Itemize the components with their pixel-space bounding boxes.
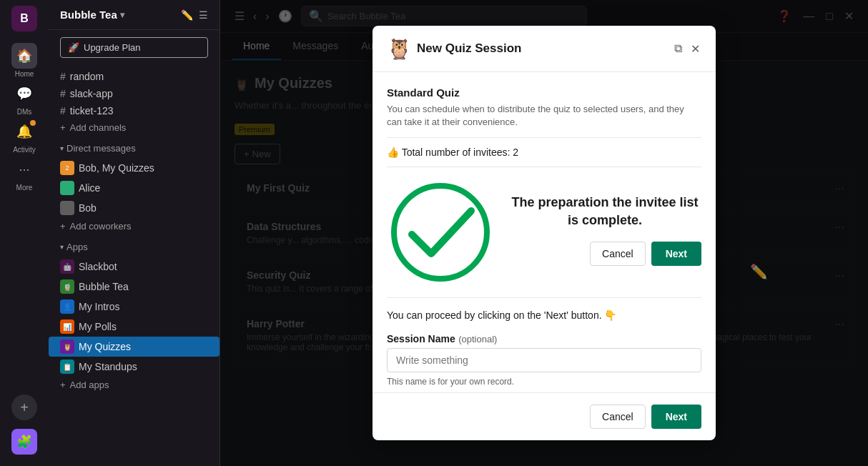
my-polls-icon: 📊 xyxy=(60,319,74,334)
modal-section-desc: You can schedule when to distribute the … xyxy=(387,103,701,129)
completion-next-button[interactable]: Next xyxy=(651,242,701,266)
apps-section-header[interactable]: ▾ Apps xyxy=(49,237,220,254)
plus-icon: + xyxy=(60,380,66,390)
completion-cancel-button[interactable]: Cancel xyxy=(590,242,646,266)
dms-label: DMs xyxy=(17,108,32,116)
bubble-tea-app-icon: 🧋 xyxy=(60,279,74,294)
more-icon-button[interactable]: ··· xyxy=(11,157,37,182)
sidebar-item-my-polls[interactable]: 📊 My Polls xyxy=(49,317,220,337)
workspace-icon-button[interactable]: B xyxy=(11,6,37,31)
sidebar-compose-icon[interactable]: ✏️ xyxy=(181,9,193,21)
apps-section: 🤖 Slackbot 🧋 Bubble Tea 👤 My Intros 📊 My… xyxy=(49,254,220,396)
dms-nav-item[interactable]: 💬 DMs xyxy=(11,81,37,116)
plus-icon: + xyxy=(60,122,66,133)
sidebar-item-my-standups[interactable]: 📋 My Standups xyxy=(49,357,220,377)
icon-rail: B 🏠 Home 💬 DMs 🔔 Activity ··· More + 🧩 xyxy=(0,0,49,466)
session-name-hint: This name is for your own record. xyxy=(387,377,701,387)
workspace-logo: B xyxy=(11,6,37,31)
sidebar-item-my-intros[interactable]: 👤 My Intros xyxy=(49,297,220,317)
sidebar: Bubble Tea ▾ ✏️ ☰ 🚀 Upgrade Plan # rando… xyxy=(49,0,220,466)
sidebar-header-icons: ✏️ ☰ xyxy=(181,9,208,21)
add-coworkers-button[interactable]: + Add coworkers xyxy=(49,218,220,234)
avatar-bob xyxy=(60,201,74,215)
upgrade-plan-button[interactable]: 🚀 Upgrade Plan xyxy=(60,37,208,58)
completion-area: ✏️ The preparation the invitee list is c… xyxy=(387,167,701,298)
activity-label: Activity xyxy=(13,146,36,154)
svg-point-0 xyxy=(394,186,487,279)
slackbot-icon: 🤖 xyxy=(60,259,74,274)
home-label: Home xyxy=(15,70,34,78)
workspace-chevron-icon: ▾ xyxy=(120,10,124,20)
hash-icon: # xyxy=(60,88,66,99)
main-content: ☰ ‹ › 🕐 🔍 ❓ — □ ✕ Home Messages Automati… xyxy=(220,0,868,466)
plus-icon: + xyxy=(60,221,66,232)
rocket-icon: 🚀 xyxy=(68,42,79,53)
chevron-icon: ▾ xyxy=(60,243,64,251)
completion-graphic: ✏️ xyxy=(387,179,494,286)
add-apps-button[interactable]: + Add apps xyxy=(49,377,220,393)
apps-icon-button[interactable]: 🧩 xyxy=(11,429,37,455)
avatar-bob-quizzes: 2 xyxy=(60,161,74,175)
modal-header-icons: ⧉ ✕ xyxy=(673,41,701,57)
new-quiz-session-modal: 🦉 New Quiz Session ⧉ ✕ Standard Quiz You… xyxy=(373,26,716,440)
sidebar-item-ticket-123[interactable]: # ticket-123 xyxy=(49,102,220,119)
more-label: More xyxy=(16,184,33,192)
add-workspace-button[interactable]: + xyxy=(11,395,37,420)
home-icon-button[interactable]: 🏠 xyxy=(11,43,37,69)
modal-overlay: 🦉 New Quiz Session ⧉ ✕ Standard Quiz You… xyxy=(220,0,868,466)
modal-section-title: Standard Quiz xyxy=(387,86,701,99)
dms-icon-button[interactable]: 💬 xyxy=(11,81,37,106)
modal-header: 🦉 New Quiz Session ⧉ ✕ xyxy=(373,26,716,72)
session-name-optional: (optional) xyxy=(458,334,497,344)
checkmark-svg xyxy=(387,179,494,286)
completion-text: The preparation the invitee list is comp… xyxy=(508,194,701,229)
activity-nav-item[interactable]: 🔔 Activity xyxy=(11,119,37,154)
modal-close-icon[interactable]: ✕ xyxy=(689,41,701,57)
add-channels-button[interactable]: + Add channels xyxy=(49,119,220,136)
sidebar-item-slackbot[interactable]: 🤖 Slackbot xyxy=(49,257,220,277)
chevron-icon: ▾ xyxy=(60,144,64,152)
more-nav-item[interactable]: ··· More xyxy=(11,157,37,192)
modal-footer: Cancel Next xyxy=(373,392,716,440)
dm-section-header[interactable]: ▾ Direct messages xyxy=(49,139,220,155)
sidebar-item-bob-quizzes[interactable]: 2 Bob, My Quizzes xyxy=(49,158,220,178)
sidebar-item-bubble-tea-app[interactable]: 🧋 Bubble Tea xyxy=(49,277,220,297)
session-name-label: Session Name xyxy=(387,333,455,344)
workspace-name[interactable]: Bubble Tea ▾ xyxy=(60,9,124,21)
avatar-alice xyxy=(60,181,74,195)
channels-section: # random # slack-app # ticket-123 + Add … xyxy=(49,65,220,139)
my-standups-icon: 📋 xyxy=(60,360,74,374)
sidebar-filter-icon[interactable]: ☰ xyxy=(199,9,208,21)
modal-body: Standard Quiz You can schedule when to d… xyxy=(373,72,716,392)
home-nav-item[interactable]: 🏠 Home xyxy=(11,43,37,78)
footer-cancel-button[interactable]: Cancel xyxy=(590,405,646,429)
sidebar-item-slack-app[interactable]: # slack-app xyxy=(49,85,220,102)
modal-copy-icon[interactable]: ⧉ xyxy=(673,41,684,57)
sidebar-item-alice[interactable]: Alice xyxy=(49,178,220,198)
hash-icon: # xyxy=(60,71,66,82)
proceed-text: You can proceed by clicking on the 'Next… xyxy=(387,309,701,321)
my-quizzes-icon: 🦉 xyxy=(60,339,74,354)
invitees-count-row: 👍 Total number of invitees: 2 xyxy=(387,147,701,158)
modal-divider xyxy=(387,137,701,138)
modal-title: New Quiz Session xyxy=(417,41,666,56)
owl-icon: 🦉 xyxy=(387,37,410,60)
sidebar-item-bob[interactable]: Bob xyxy=(49,198,220,218)
sidebar-item-my-quizzes[interactable]: 🦉 My Quizzes xyxy=(49,337,220,357)
my-intros-icon: 👤 xyxy=(60,299,74,314)
activity-icon-button[interactable]: 🔔 xyxy=(11,119,37,144)
footer-next-button[interactable]: Next xyxy=(651,405,701,429)
sidebar-header: Bubble Tea ▾ ✏️ ☰ xyxy=(49,0,220,30)
session-name-input[interactable] xyxy=(387,348,701,372)
invitees-text: 👍 Total number of invitees: 2 xyxy=(387,147,518,158)
hash-icon: # xyxy=(60,105,66,116)
sidebar-item-random[interactable]: # random xyxy=(49,68,220,85)
dm-section: 2 Bob, My Quizzes Alice Bob + Add cowork… xyxy=(49,155,220,237)
